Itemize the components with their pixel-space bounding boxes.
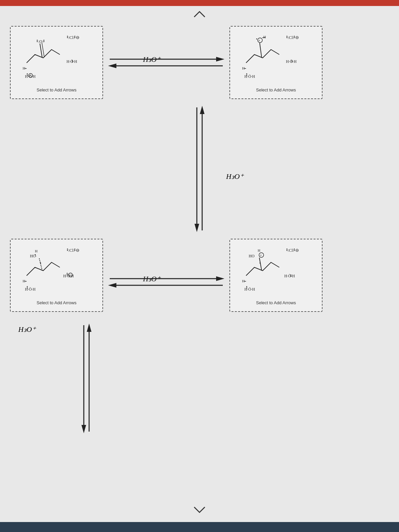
nav-arrow-up[interactable]: [194, 10, 205, 21]
svg-marker-81: [216, 57, 224, 62]
svg-point-64: [294, 248, 295, 249]
select-text-top-left: Select to Add Arrows: [37, 87, 76, 92]
svg-line-70: [259, 258, 262, 271]
bottom-bar: [0, 522, 399, 532]
svg-text:H·Ö·H: H·Ö·H: [244, 74, 255, 79]
svg-marker-89: [195, 224, 199, 232]
svg-point-55: [67, 274, 68, 275]
h-arrow-top: [106, 53, 226, 72]
svg-text:+: +: [258, 39, 260, 42]
svg-text::Cl: ⊖: :Cl: ⊖: [68, 35, 79, 40]
svg-text:H·Ö·H: H·Ö·H: [25, 287, 36, 292]
svg-point-74: [291, 276, 292, 277]
svg-point-26: [294, 37, 295, 38]
svg-point-3: [74, 36, 75, 37]
svg-text:H: H: [23, 279, 25, 283]
svg-text:H: H: [258, 248, 260, 252]
molecule-box-top-right[interactable]: :Cl: ⊖ + H H·Ö·H H H·Ö·H: [229, 26, 323, 99]
h3o-label-left: H₃O⁺: [18, 325, 36, 334]
svg-point-45: [74, 250, 75, 251]
svg-point-40: [246, 74, 247, 75]
svg-text::Cl: ⊖: :Cl: ⊖: [288, 35, 299, 40]
svg-marker-95: [87, 324, 91, 332]
svg-point-4: [74, 37, 75, 38]
main-content: :Cl: ⊖ :O: H·Ö·H H: [0, 6, 399, 522]
svg-point-73: [291, 274, 292, 275]
svg-text:H: H: [23, 66, 25, 70]
select-text-bottom-left: Select to Add Arrows: [37, 300, 76, 305]
svg-point-50: [40, 262, 41, 263]
h3o-label-right: H₃O⁺: [226, 172, 244, 181]
molecule-svg-bottom-left: :Cl: ⊖ H HO· H·Ö·H + H: [20, 246, 93, 299]
svg-marker-85: [216, 276, 224, 281]
molecule-box-top-left[interactable]: :Cl: ⊖ :O: H·Ö·H H: [10, 26, 103, 99]
nav-arrow-down[interactable]: [194, 505, 205, 516]
svg-point-78: [246, 286, 247, 287]
svg-line-11: [42, 43, 44, 57]
vertical-double-arrow-right-svg: [190, 104, 209, 234]
molecule-svg-top-left: :Cl: ⊖ :O: H·Ö·H H: [20, 33, 93, 86]
svg-point-59: [27, 286, 28, 287]
svg-text:HO: HO: [249, 254, 255, 258]
svg-point-44: [74, 248, 75, 249]
svg-point-9: [44, 41, 45, 42]
svg-text::Cl: ⊖: :Cl: ⊖: [288, 248, 299, 253]
horizontal-double-arrow-bottom-svg: [106, 272, 226, 292]
select-text-bottom-right: Select to Add Arrows: [256, 300, 296, 305]
svg-text:H·Ö·H: H·Ö·H: [66, 59, 77, 64]
svg-text::O:: :O:: [38, 39, 43, 44]
svg-text:H·Ö·H: H·Ö·H: [284, 274, 295, 278]
svg-point-34: [292, 60, 293, 61]
svg-marker-93: [81, 425, 86, 433]
svg-text:+: +: [260, 254, 262, 257]
svg-text:HO·: HO·: [30, 254, 37, 258]
svg-point-39: [246, 73, 247, 74]
svg-point-62: [287, 248, 288, 249]
svg-text:+: +: [29, 74, 31, 77]
svg-text:H: H: [242, 279, 245, 283]
svg-line-32: [260, 43, 262, 58]
svg-text:H·Ö·H: H·Ö·H: [244, 287, 255, 292]
svg-marker-87: [108, 283, 116, 288]
svg-text:H: H: [242, 66, 245, 70]
svg-text:H: H: [263, 35, 266, 39]
svg-point-14: [72, 61, 73, 62]
svg-point-21: [27, 74, 28, 75]
v-arrow-right: [190, 104, 209, 234]
svg-point-71: [260, 262, 261, 263]
svg-point-35: [292, 61, 293, 62]
select-text-top-right: Select to Add Arrows: [256, 87, 296, 92]
svg-marker-91: [200, 106, 204, 114]
svg-point-13: [72, 60, 73, 61]
molecule-svg-top-right: :Cl: ⊖ + H H·Ö·H H H·Ö·H: [239, 33, 313, 86]
svg-text:H·Ö·H: H·Ö·H: [286, 59, 297, 64]
svg-point-43: [67, 250, 68, 251]
svg-text:+: +: [69, 274, 71, 277]
svg-text:H: H: [35, 249, 38, 253]
svg-point-29: [256, 38, 257, 39]
svg-line-49: [39, 258, 42, 271]
molecule-box-bottom-right[interactable]: :Cl: ⊖ H HO + H·Ö·H H H·Ö·: [229, 239, 323, 312]
v-arrow-left-bottom: [76, 322, 96, 435]
svg-point-42: [67, 248, 68, 249]
horizontal-double-arrow-top-svg: [106, 53, 226, 72]
svg-point-6: [37, 40, 38, 41]
svg-point-7: [37, 41, 38, 42]
svg-point-79: [246, 287, 247, 288]
molecule-box-bottom-left[interactable]: :Cl: ⊖ H HO· H·Ö·H + H: [10, 239, 103, 312]
svg-text::Cl: ⊖: :Cl: ⊖: [68, 248, 79, 253]
top-bar: [0, 0, 399, 6]
svg-point-63: [287, 250, 288, 251]
svg-point-2: [67, 37, 68, 38]
svg-point-20: [27, 73, 28, 74]
svg-point-48: [35, 254, 36, 255]
vertical-double-arrow-left-bottom-svg: [76, 322, 96, 435]
svg-point-25: [294, 36, 295, 37]
svg-point-1: [67, 36, 68, 37]
svg-point-60: [27, 287, 28, 288]
svg-point-54: [67, 273, 68, 274]
molecule-svg-bottom-right: :Cl: ⊖ H HO + H·Ö·H H H·Ö·: [239, 246, 313, 299]
svg-line-10: [40, 44, 42, 58]
h-arrow-bottom: [106, 272, 226, 292]
svg-point-23: [287, 36, 288, 37]
